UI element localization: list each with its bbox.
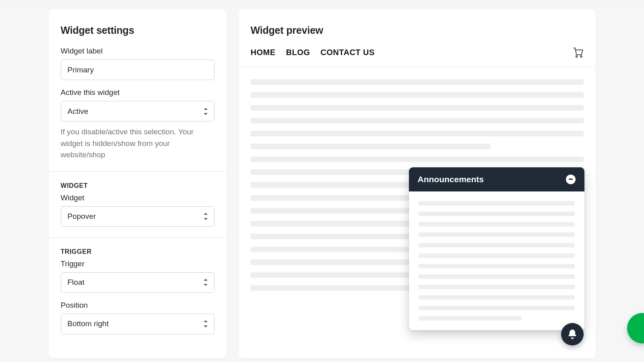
position-label: Position [61, 301, 215, 310]
placeholder-line [251, 118, 584, 123]
select-caret-icon [203, 320, 208, 327]
placeholder-line [419, 316, 522, 321]
nav-blog[interactable]: BLOG [286, 48, 310, 57]
svg-point-0 [576, 56, 577, 58]
active-select-value: Active [68, 107, 89, 116]
placeholder-line [419, 274, 575, 279]
popover-header: Announcements [409, 167, 584, 191]
preview-navbar: HOME BLOG CONTACT US [239, 47, 596, 67]
widget-type-label: Widget [61, 193, 215, 202]
select-caret-icon [203, 213, 208, 220]
minimize-icon[interactable] [566, 175, 576, 184]
placeholder-line [419, 264, 575, 268]
preview-title: Widget preview [251, 25, 596, 36]
placeholder-line [251, 144, 490, 149]
select-caret-icon [203, 108, 208, 115]
popover-body [409, 191, 584, 330]
announcements-popover: Announcements [409, 167, 584, 330]
nav-contact[interactable]: CONTACT US [320, 48, 375, 57]
placeholder-line [251, 156, 584, 162]
placeholder-line [419, 201, 575, 206]
trigger-value: Float [68, 278, 85, 287]
placeholder-line [251, 131, 584, 136]
placeholder-line [419, 222, 575, 226]
placeholder-line [419, 306, 575, 310]
bell-trigger-button[interactable] [561, 323, 584, 346]
placeholder-line [419, 232, 575, 237]
active-field: Active this widget Active If you disable… [61, 88, 215, 161]
placeholder-line [251, 105, 584, 111]
placeholder-line [419, 295, 575, 300]
popover-title: Announcements [418, 175, 484, 184]
preview-panel: Widget preview HOME BLOG CONTACT US [239, 9, 596, 358]
placeholder-line [251, 92, 584, 98]
divider [49, 237, 227, 238]
placeholder-line [419, 253, 575, 258]
trigger-select[interactable]: Float [61, 272, 215, 293]
widget-type-value: Popover [68, 212, 96, 221]
widget-label-label: Widget label [61, 47, 215, 56]
trigger-field: Trigger Float [61, 259, 215, 293]
nav-home[interactable]: HOME [251, 48, 276, 57]
widget-section-header: WIDGET [61, 182, 215, 189]
position-select[interactable]: Bottom right [61, 314, 215, 334]
widget-label-field: Widget label [61, 47, 215, 80]
settings-title: Widget settings [61, 25, 215, 36]
active-help-text: If you disable/active this selection. Yo… [61, 126, 215, 161]
cart-icon[interactable] [572, 47, 584, 58]
settings-panel: Widget settings Widget label Active this… [49, 9, 227, 358]
active-label: Active this widget [61, 88, 215, 97]
position-value: Bottom right [68, 319, 109, 328]
svg-point-1 [580, 56, 582, 58]
widget-type-select[interactable]: Popover [61, 206, 215, 227]
divider [49, 171, 227, 172]
placeholder-line [419, 212, 575, 216]
select-caret-icon [203, 279, 208, 286]
widget-label-input[interactable] [61, 60, 215, 80]
bell-icon [567, 329, 578, 340]
widget-type-field: Widget Popover [61, 193, 215, 227]
placeholder-line [419, 243, 575, 247]
placeholder-line [251, 79, 584, 85]
page-layout: Widget settings Widget label Active this… [0, 0, 644, 358]
trigger-section-header: TRIGGER [61, 248, 215, 255]
trigger-label: Trigger [61, 259, 215, 268]
placeholder-line [419, 285, 575, 289]
active-select[interactable]: Active [61, 101, 215, 121]
position-field: Position Bottom right [61, 301, 215, 334]
